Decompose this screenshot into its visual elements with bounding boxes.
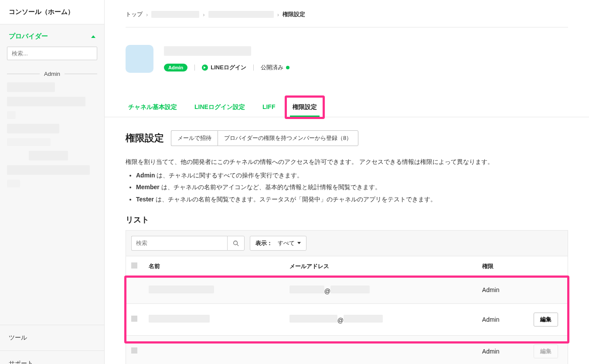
member-name: [149, 315, 210, 323]
console-home-link[interactable]: コンソール（ホーム）: [0, 0, 104, 24]
tools-link[interactable]: ツール: [0, 325, 104, 351]
roles-description: 権限を割り当てて、他の開発者にこのチャネルの情報へのアクセスを許可できます。 ア…: [126, 156, 568, 205]
channel-icon: [126, 45, 153, 73]
member-role: Admin: [477, 303, 528, 335]
channel-title: [164, 46, 289, 58]
list-item[interactable]: [7, 122, 97, 136]
svg-point-0: [234, 241, 238, 245]
search-icon: [233, 240, 239, 246]
list-item[interactable]: [7, 149, 97, 163]
sidebar: コンソール（ホーム） プロバイダー Admin ツール サポート: [0, 0, 105, 364]
member-name: [149, 286, 214, 293]
list-item[interactable]: [7, 163, 97, 178]
main-content: トップ › › › 権限設定 Admin LINEログイン: [105, 0, 589, 364]
members-list-section: リスト 表示： すべて 名前: [105, 206, 589, 364]
provider-list: [0, 81, 104, 325]
table-row: @ Admin: [126, 276, 568, 303]
status-dot-icon: [286, 66, 289, 69]
list-item[interactable]: [7, 109, 97, 122]
column-email: メールアドレス: [284, 256, 477, 277]
register-from-provider-button[interactable]: プロバイダーの権限を持つメンバーから登録（8）: [218, 130, 358, 146]
channel-type: LINEログイン: [202, 64, 246, 71]
arrow-right-icon: [202, 65, 208, 71]
admin-group-divider: Admin: [7, 71, 97, 77]
breadcrumb-channel[interactable]: [208, 11, 274, 18]
roles-title: 権限設定: [126, 132, 164, 145]
divider: [194, 65, 195, 71]
divider: [253, 65, 254, 71]
list-toolbar: 表示： すべて: [126, 230, 568, 256]
member-role: Admin: [477, 335, 528, 364]
provider-search-input[interactable]: [7, 47, 97, 60]
table-row: @ Admin 編集: [126, 303, 568, 335]
chevron-right-icon: ›: [146, 11, 148, 18]
tab-roles[interactable]: 権限設定: [290, 99, 320, 117]
list-item[interactable]: [7, 81, 97, 95]
provider-label: プロバイダー: [9, 32, 48, 41]
member-role: Admin: [477, 276, 528, 303]
member-search-button[interactable]: [227, 236, 245, 251]
chevron-up-icon: [91, 35, 95, 38]
members-table: 名前 メールアドレス 権限 @ Admin: [126, 256, 568, 364]
display-filter-dropdown[interactable]: 表示： すべて: [250, 236, 306, 251]
svg-line-1: [237, 244, 239, 246]
edit-button[interactable]: 編集: [534, 313, 558, 327]
provider-accordion-toggle[interactable]: プロバイダー: [0, 24, 104, 47]
edit-button[interactable]: 編集: [534, 344, 558, 358]
breadcrumb-current: 権限設定: [283, 10, 305, 18]
row-checkbox[interactable]: [131, 347, 137, 354]
roles-section: 権限設定 メールで招待 プロバイダーの権限を持つメンバーから登録（8） 権限を割…: [105, 117, 589, 205]
chevron-right-icon: ›: [203, 11, 204, 18]
column-name: 名前: [143, 256, 284, 277]
channel-header: Admin LINEログイン 公開済み: [105, 27, 589, 86]
chevron-right-icon: ›: [277, 11, 279, 18]
list-item[interactable]: [7, 178, 97, 191]
channel-tabs: チャネル基本設定 LINEログイン設定 LIFF 権限設定: [105, 99, 589, 117]
tab-liff[interactable]: LIFF: [260, 99, 278, 117]
column-role: 権限: [477, 256, 528, 277]
sidebar-bottom-nav: ツール サポート: [0, 325, 104, 364]
chevron-down-icon: [297, 242, 301, 244]
breadcrumb: トップ › › › 権限設定: [105, 0, 589, 27]
member-search-input[interactable]: [131, 236, 227, 251]
table-row: Admin 編集: [126, 335, 568, 364]
publish-status: 公開済み: [261, 64, 289, 71]
breadcrumb-top[interactable]: トップ: [126, 10, 143, 18]
list-item[interactable]: [7, 95, 97, 109]
breadcrumb-provider[interactable]: [151, 11, 199, 18]
select-all-checkbox[interactable]: [131, 262, 137, 269]
list-heading: リスト: [126, 214, 568, 225]
row-checkbox[interactable]: [131, 316, 137, 322]
sidebar-search: [7, 47, 97, 60]
tab-login-settings[interactable]: LINEログイン設定: [192, 99, 248, 117]
support-link[interactable]: サポート: [0, 351, 104, 364]
invite-by-email-button[interactable]: メールで招待: [171, 130, 218, 146]
list-item[interactable]: [7, 136, 97, 149]
invite-button-group: メールで招待 プロバイダーの権限を持つメンバーから登録（8）: [171, 130, 358, 146]
role-badge: Admin: [164, 64, 187, 71]
tab-basic-settings[interactable]: チャネル基本設定: [126, 99, 180, 117]
